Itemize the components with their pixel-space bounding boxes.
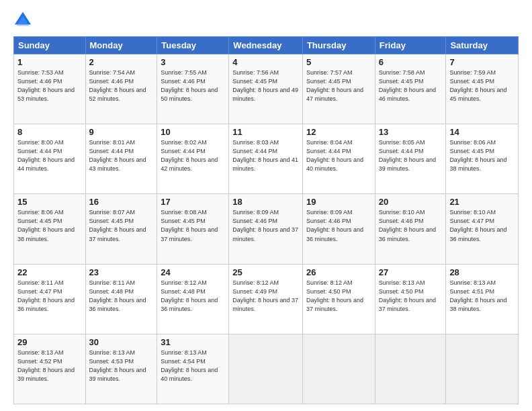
cell-text: Sunrise: 8:13 AMSunset: 4:51 PMDaylight:…: [449, 279, 506, 312]
calendar-header: SundayMondayTuesdayWednesdayThursdayFrid…: [14, 37, 519, 54]
calendar-cell: 15Sunrise: 8:06 AMSunset: 4:45 PMDayligh…: [14, 194, 86, 264]
weekday-header-thursday: Thursday: [302, 37, 375, 54]
cell-text: Sunrise: 8:11 AMSunset: 4:47 PMDaylight:…: [17, 279, 75, 312]
calendar-cell: 19Sunrise: 8:09 AMSunset: 4:46 PMDayligh…: [302, 194, 375, 264]
calendar-cell: 13Sunrise: 8:05 AMSunset: 4:44 PMDayligh…: [375, 124, 446, 194]
calendar-cell: 31Sunrise: 8:13 AMSunset: 4:54 PMDayligh…: [157, 334, 229, 404]
weekday-header-saturday: Saturday: [446, 37, 519, 54]
day-number: 25: [232, 267, 299, 277]
day-number: 9: [89, 127, 154, 137]
cell-text: Sunrise: 8:11 AMSunset: 4:48 PMDaylight:…: [89, 279, 146, 312]
calendar-cell: [446, 334, 519, 404]
calendar-cell: 16Sunrise: 8:07 AMSunset: 4:45 PMDayligh…: [85, 194, 157, 264]
cell-text: Sunrise: 8:06 AMSunset: 4:45 PMDaylight:…: [17, 209, 75, 242]
day-number: 11: [232, 127, 299, 137]
day-number: 17: [161, 197, 225, 207]
day-number: 29: [17, 337, 82, 347]
day-number: 8: [17, 127, 82, 137]
day-number: 4: [232, 57, 299, 67]
weekday-header-friday: Friday: [375, 37, 446, 54]
calendar-cell: 28Sunrise: 8:13 AMSunset: 4:51 PMDayligh…: [446, 264, 519, 334]
day-number: 3: [161, 57, 225, 67]
cell-text: Sunrise: 8:12 AMSunset: 4:49 PMDaylight:…: [232, 279, 298, 312]
cell-text: Sunrise: 7:57 AMSunset: 4:45 PMDaylight:…: [306, 69, 363, 102]
day-number: 2: [89, 57, 154, 67]
calendar-cell: 10Sunrise: 8:02 AMSunset: 4:44 PMDayligh…: [157, 124, 229, 194]
day-number: 15: [17, 197, 82, 207]
logo-icon: [13, 11, 32, 30]
header: [13, 11, 519, 30]
day-number: 31: [161, 337, 225, 347]
day-number: 19: [306, 197, 371, 207]
calendar-cell: 22Sunrise: 8:11 AMSunset: 4:47 PMDayligh…: [14, 264, 86, 334]
day-number: 26: [306, 267, 371, 277]
calendar-cell: 5Sunrise: 7:57 AMSunset: 4:45 PMDaylight…: [302, 54, 375, 124]
calendar-body: 1Sunrise: 7:53 AMSunset: 4:46 PMDaylight…: [14, 54, 519, 404]
day-number: 22: [17, 267, 82, 277]
week-row-3: 15Sunrise: 8:06 AMSunset: 4:45 PMDayligh…: [14, 194, 519, 264]
day-number: 5: [306, 57, 371, 67]
calendar-cell: [375, 334, 446, 404]
calendar-cell: 11Sunrise: 8:03 AMSunset: 4:44 PMDayligh…: [229, 124, 303, 194]
day-number: 24: [161, 267, 225, 277]
cell-text: Sunrise: 7:58 AMSunset: 4:45 PMDaylight:…: [379, 69, 436, 102]
calendar-cell: 14Sunrise: 8:06 AMSunset: 4:45 PMDayligh…: [446, 124, 519, 194]
cell-text: Sunrise: 7:54 AMSunset: 4:46 PMDaylight:…: [89, 69, 146, 102]
day-number: 6: [379, 57, 443, 67]
week-row-1: 1Sunrise: 7:53 AMSunset: 4:46 PMDaylight…: [14, 54, 519, 124]
page: SundayMondayTuesdayWednesdayThursdayFrid…: [0, 0, 532, 411]
cell-text: Sunrise: 8:12 AMSunset: 4:48 PMDaylight:…: [161, 279, 218, 312]
calendar-cell: [302, 334, 375, 404]
day-number: 30: [89, 337, 154, 347]
calendar-cell: 26Sunrise: 8:12 AMSunset: 4:50 PMDayligh…: [302, 264, 375, 334]
day-number: 1: [17, 57, 82, 67]
day-number: 7: [449, 57, 515, 67]
calendar-cell: 1Sunrise: 7:53 AMSunset: 4:46 PMDaylight…: [14, 54, 86, 124]
logo: [13, 11, 35, 30]
cell-text: Sunrise: 8:13 AMSunset: 4:52 PMDaylight:…: [17, 349, 75, 382]
calendar-cell: 21Sunrise: 8:10 AMSunset: 4:47 PMDayligh…: [446, 194, 519, 264]
calendar-cell: 12Sunrise: 8:04 AMSunset: 4:44 PMDayligh…: [302, 124, 375, 194]
day-number: 20: [379, 197, 443, 207]
calendar-cell: 24Sunrise: 8:12 AMSunset: 4:48 PMDayligh…: [157, 264, 229, 334]
cell-text: Sunrise: 8:01 AMSunset: 4:44 PMDaylight:…: [89, 139, 146, 172]
day-number: 18: [232, 197, 299, 207]
day-number: 14: [449, 127, 515, 137]
calendar-cell: 7Sunrise: 7:59 AMSunset: 4:45 PMDaylight…: [446, 54, 519, 124]
weekday-header-sunday: Sunday: [14, 37, 86, 54]
calendar-cell: [229, 334, 303, 404]
calendar-cell: 23Sunrise: 8:11 AMSunset: 4:48 PMDayligh…: [85, 264, 157, 334]
cell-text: Sunrise: 7:56 AMSunset: 4:45 PMDaylight:…: [232, 69, 298, 102]
calendar-cell: 8Sunrise: 8:00 AMSunset: 4:44 PMDaylight…: [14, 124, 86, 194]
cell-text: Sunrise: 8:05 AMSunset: 4:44 PMDaylight:…: [379, 139, 436, 172]
cell-text: Sunrise: 8:02 AMSunset: 4:44 PMDaylight:…: [161, 139, 218, 172]
cell-text: Sunrise: 8:08 AMSunset: 4:45 PMDaylight:…: [161, 209, 218, 242]
calendar-cell: 6Sunrise: 7:58 AMSunset: 4:45 PMDaylight…: [375, 54, 446, 124]
cell-text: Sunrise: 7:59 AMSunset: 4:45 PMDaylight:…: [449, 69, 506, 102]
weekday-header-tuesday: Tuesday: [157, 37, 229, 54]
cell-text: Sunrise: 8:10 AMSunset: 4:47 PMDaylight:…: [449, 209, 506, 242]
day-number: 13: [379, 127, 443, 137]
week-row-5: 29Sunrise: 8:13 AMSunset: 4:52 PMDayligh…: [14, 334, 519, 404]
day-number: 10: [161, 127, 225, 137]
day-number: 12: [306, 127, 371, 137]
calendar-cell: 2Sunrise: 7:54 AMSunset: 4:46 PMDaylight…: [85, 54, 157, 124]
cell-text: Sunrise: 8:13 AMSunset: 4:53 PMDaylight:…: [89, 349, 146, 382]
cell-text: Sunrise: 8:06 AMSunset: 4:45 PMDaylight:…: [449, 139, 506, 172]
calendar-cell: 20Sunrise: 8:10 AMSunset: 4:46 PMDayligh…: [375, 194, 446, 264]
cell-text: Sunrise: 8:03 AMSunset: 4:44 PMDaylight:…: [232, 139, 298, 172]
day-number: 23: [89, 267, 154, 277]
day-number: 21: [449, 197, 515, 207]
weekday-header-wednesday: Wednesday: [229, 37, 303, 54]
cell-text: Sunrise: 8:10 AMSunset: 4:46 PMDaylight:…: [379, 209, 436, 242]
cell-text: Sunrise: 7:55 AMSunset: 4:46 PMDaylight:…: [161, 69, 218, 102]
calendar-cell: 30Sunrise: 8:13 AMSunset: 4:53 PMDayligh…: [85, 334, 157, 404]
cell-text: Sunrise: 8:12 AMSunset: 4:50 PMDaylight:…: [306, 279, 363, 312]
calendar-cell: 17Sunrise: 8:08 AMSunset: 4:45 PMDayligh…: [157, 194, 229, 264]
day-number: 28: [449, 267, 515, 277]
cell-text: Sunrise: 8:09 AMSunset: 4:46 PMDaylight:…: [306, 209, 363, 242]
weekday-row: SundayMondayTuesdayWednesdayThursdayFrid…: [14, 37, 519, 54]
cell-text: Sunrise: 8:07 AMSunset: 4:45 PMDaylight:…: [89, 209, 146, 242]
calendar-cell: 18Sunrise: 8:09 AMSunset: 4:46 PMDayligh…: [229, 194, 303, 264]
cell-text: Sunrise: 8:13 AMSunset: 4:50 PMDaylight:…: [379, 279, 436, 312]
